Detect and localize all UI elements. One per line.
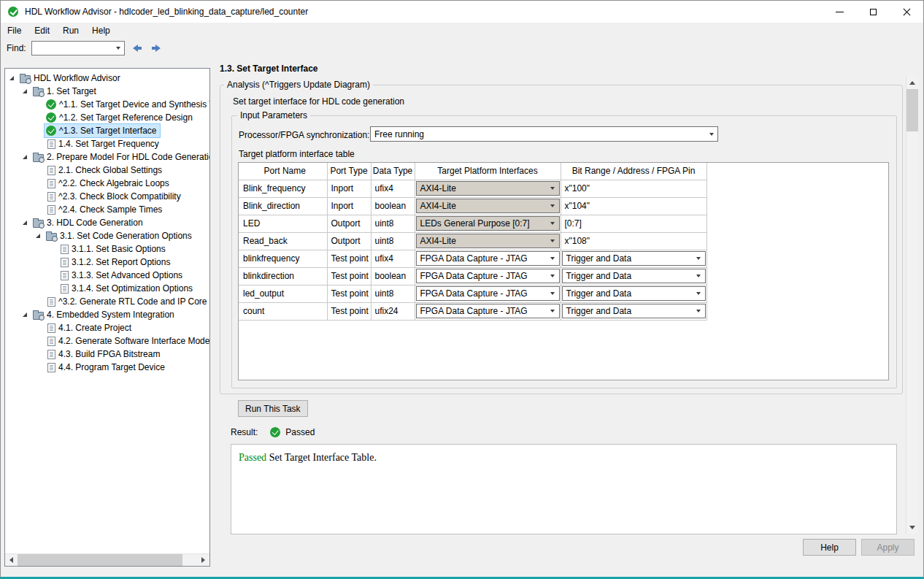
tree-item-3-2[interactable]: ^3.2. Generate RTL Code and IP Core	[5, 295, 209, 308]
close-icon	[903, 8, 911, 16]
tree-item-label: 3.1.3. Set Advanced Options	[72, 270, 182, 280]
tree-item-2-1[interactable]: 2.1. Check Global Settings	[5, 164, 209, 177]
tree-item-hdl-workflow-advisor[interactable]: HDL Workflow Advisor	[5, 72, 209, 85]
help-button[interactable]: Help	[803, 539, 856, 556]
data-type-cell: uint8	[371, 285, 415, 302]
tree-item-2-2[interactable]: ^2.2. Check Algebraic Loops	[5, 177, 209, 190]
tree-item-4-2[interactable]: 4.2. Generate Software Interface Model	[5, 334, 209, 348]
expander-icon[interactable]	[9, 76, 18, 80]
tree-item-1-4[interactable]: 1.4. Set Target Frequency	[5, 137, 209, 150]
tree-item-set-target[interactable]: 1. Set Target	[5, 85, 209, 98]
interface-dropdown[interactable]: FPGA Data Capture - JTAG	[416, 304, 560, 318]
table-row: LED Outport uint8 LEDs General Purpose […	[239, 215, 888, 232]
interface-dropdown[interactable]: LEDs General Purpose [0:7]	[416, 216, 560, 231]
expander-icon[interactable]	[23, 221, 31, 225]
tree-item-label: 4.1. Create Project	[58, 323, 131, 333]
capture-mode-dropdown[interactable]: Trigger and Data	[562, 304, 706, 318]
tree-item-label: ^1.3. Set Target Interface	[59, 126, 157, 136]
tree-item-label: 3.1.4. Set Optimization Options	[72, 283, 193, 294]
data-type-cell: uint8	[371, 232, 415, 250]
interface-dropdown[interactable]: FPGA Data Capture - JTAG	[416, 269, 560, 283]
expander-icon[interactable]	[36, 234, 45, 238]
maximize-button[interactable]	[856, 1, 890, 23]
scrollbar-thumb[interactable]	[906, 89, 918, 131]
tree-item-label: 1.4. Set Target Frequency	[58, 139, 159, 149]
find-combobox[interactable]	[31, 41, 125, 55]
column-header: Target Platform Interfaces	[415, 163, 561, 180]
tree-item-4-4[interactable]: 4.4. Program Target Device	[5, 361, 209, 374]
chevron-down-icon	[116, 47, 120, 50]
expander-icon[interactable]	[23, 155, 31, 159]
result-message-status: Passed	[239, 452, 266, 463]
interface-dropdown[interactable]: FPGA Data Capture - JTAG	[416, 251, 560, 266]
app-icon	[8, 7, 18, 17]
folder-gear-icon	[33, 88, 44, 96]
tree-item-label: 2. Prepare Model For HDL Code Generation	[47, 152, 209, 162]
result-row: Result: Passed	[231, 427, 315, 437]
tree-item-1-2[interactable]: ^1.2. Set Target Reference Design	[5, 111, 209, 124]
interface-dropdown[interactable]: AXI4-Lite	[416, 181, 560, 196]
tree-item-2-3[interactable]: ^2.3. Check Block Compatibility	[5, 190, 209, 203]
chevron-down-icon	[547, 199, 559, 212]
document-icon	[47, 179, 55, 188]
document-icon	[61, 258, 69, 267]
tree-horizontal-scrollbar[interactable]	[5, 553, 209, 566]
tree-item-hdl-code-generation[interactable]: 3. HDL Code Generation	[5, 216, 209, 229]
run-this-task-button[interactable]: Run This Task	[238, 400, 308, 417]
chevron-down-icon	[547, 304, 559, 318]
interface-dropdown[interactable]: AXI4-Lite	[416, 199, 560, 213]
tree-item-4-3[interactable]: 4.3. Build FPGA Bitstream	[5, 348, 209, 361]
apply-button[interactable]: Apply	[861, 539, 915, 556]
tree-item-label: 3. HDL Code Generation	[47, 218, 143, 228]
scrollbar-thumb[interactable]	[18, 554, 182, 566]
expander-icon[interactable]	[23, 312, 31, 317]
interface-dropdown[interactable]: FPGA Data Capture - JTAG	[416, 286, 560, 301]
tree-item-3-1-2[interactable]: 3.1.2. Set Report Options	[5, 256, 209, 269]
tree-item-label: 1. Set Target	[47, 86, 96, 96]
scroll-down-button[interactable]	[906, 521, 918, 534]
column-header: Port Name	[239, 163, 327, 180]
tree-item-3-1-4[interactable]: 3.1.4. Set Optimization Options	[5, 282, 209, 295]
menu-file[interactable]: File	[1, 23, 28, 39]
menu-run[interactable]: Run	[56, 23, 85, 39]
expander-icon[interactable]	[23, 89, 31, 93]
bit-range-cell: x"108"	[561, 232, 707, 250]
data-type-cell: ufix4	[371, 180, 415, 197]
find-previous-button[interactable]	[131, 42, 144, 55]
tree-item-2-4[interactable]: ^2.4. Check Sample Times	[5, 203, 209, 216]
window-title: HDL Workflow Advisor - hdlcoder_led_blin…	[25, 7, 308, 17]
minimize-button[interactable]	[823, 1, 856, 23]
find-next-button[interactable]	[150, 42, 163, 55]
chevron-down-icon	[547, 217, 559, 230]
tree-item-1-3-selected[interactable]: ^1.3. Set Target Interface	[5, 124, 209, 137]
find-dropdown-button[interactable]	[112, 42, 124, 55]
tree-item-prepare-model[interactable]: 2. Prepare Model For HDL Code Generation	[5, 150, 209, 164]
data-type-cell: boolean	[371, 197, 415, 215]
port-type-cell: Test point	[327, 285, 371, 302]
menu-help[interactable]: Help	[85, 23, 117, 39]
tree-item-embedded-system-integration[interactable]: 4. Embedded System Integration	[5, 308, 209, 321]
tree-item-3-1[interactable]: 3.1. Set Code Generation Options	[5, 229, 209, 242]
right-arrow-icon	[201, 557, 205, 563]
capture-mode-dropdown[interactable]: Trigger and Data	[562, 251, 706, 266]
tree-item-3-1-3[interactable]: 3.1.3. Set Advanced Options	[5, 269, 209, 282]
processor-fpga-sync-dropdown[interactable]: Free running	[370, 126, 718, 142]
table-row: blinkdirection Test point boolean FPGA D…	[239, 267, 888, 285]
scroll-up-button[interactable]	[906, 77, 918, 89]
menu-edit[interactable]: Edit	[28, 23, 56, 39]
document-icon	[61, 245, 69, 254]
scroll-left-button[interactable]	[5, 554, 18, 566]
tree-item-3-1-1[interactable]: 3.1.1. Set Basic Options	[5, 242, 209, 256]
close-button[interactable]	[890, 1, 923, 23]
table-row: led_output Test point uint8 FPGA Data Ca…	[239, 285, 888, 302]
tree-item-1-1[interactable]: ^1.1. Set Target Device and Synthesis To	[5, 98, 209, 111]
chevron-down-icon	[547, 252, 559, 265]
chevron-down-icon	[693, 269, 705, 283]
find-input[interactable]	[32, 42, 112, 54]
tree-item-4-1[interactable]: 4.1. Create Project	[5, 321, 209, 334]
scroll-right-button[interactable]	[197, 554, 209, 566]
content-vertical-scrollbar[interactable]	[906, 77, 918, 534]
capture-mode-dropdown[interactable]: Trigger and Data	[562, 286, 706, 301]
interface-dropdown[interactable]: AXI4-Lite	[416, 234, 560, 248]
capture-mode-dropdown[interactable]: Trigger and Data	[562, 269, 706, 283]
